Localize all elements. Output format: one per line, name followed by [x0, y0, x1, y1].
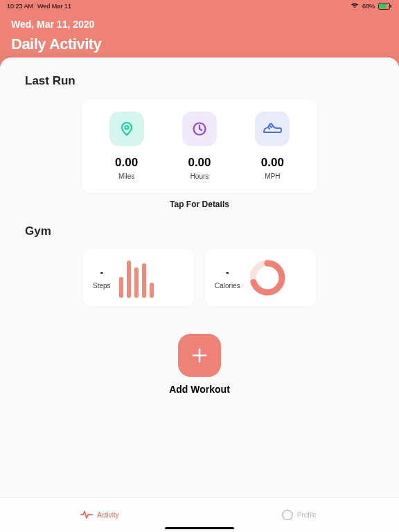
- wifi-icon: [351, 2, 359, 10]
- battery-icon: [378, 3, 392, 10]
- calories-label: Calories: [215, 282, 240, 290]
- home-indicator[interactable]: [165, 527, 234, 529]
- miles-label: Miles: [118, 172, 134, 180]
- add-workout-button[interactable]: [178, 334, 221, 377]
- activity-icon: [80, 510, 93, 521]
- stat-hours: 0.00 Hours: [163, 112, 236, 180]
- steps-label: Steps: [93, 282, 111, 290]
- last-run-card[interactable]: 0.00 Miles 0.00 Hours 0.00 MPH: [82, 99, 317, 193]
- mph-value: 0.00: [261, 156, 284, 170]
- tab-activity-label: Activity: [97, 511, 119, 519]
- clock-icon: [182, 112, 217, 146]
- status-bar: 10:23 AM Wed Mar 11 68%: [0, 0, 399, 12]
- stat-miles: 0.00 Miles: [90, 112, 163, 180]
- page-title: Daily Activity: [11, 35, 388, 53]
- stat-mph: 0.00 MPH: [236, 112, 309, 180]
- svg-rect-1: [380, 3, 387, 8]
- miles-value: 0.00: [115, 156, 138, 170]
- calories-value: -: [226, 267, 229, 278]
- shoe-icon: [255, 112, 290, 146]
- section-title-gym: Gym: [25, 224, 374, 238]
- add-workout-label: Add Workout: [169, 384, 230, 395]
- battery-percent: 68%: [362, 3, 375, 10]
- steps-card[interactable]: - Steps: [83, 249, 194, 306]
- status-time: 10:23 AM: [7, 3, 33, 10]
- profile-icon: [282, 509, 293, 522]
- status-date: Wed Mar 11: [37, 3, 71, 10]
- bars-icon: [119, 258, 154, 298]
- steps-value: -: [100, 267, 103, 278]
- hours-label: Hours: [190, 172, 209, 180]
- tab-profile-label: Profile: [297, 511, 317, 519]
- hours-value: 0.00: [188, 156, 211, 170]
- svg-point-3: [125, 126, 128, 130]
- header: Wed, Mar 11, 2020 Daily Activity: [0, 12, 399, 57]
- pin-icon: [109, 112, 144, 146]
- tap-for-details[interactable]: Tap For Details: [25, 200, 374, 209]
- svg-rect-2: [391, 5, 392, 8]
- header-date: Wed, Mar 11, 2020: [11, 19, 388, 30]
- content-card: Last Run 0.00 Miles 0.00 Hours 0.00 MPH …: [0, 57, 399, 501]
- mph-label: MPH: [265, 172, 280, 180]
- section-title-last-run: Last Run: [25, 74, 374, 88]
- ring-icon: [249, 259, 286, 296]
- calories-card[interactable]: - Calories: [205, 249, 316, 306]
- plus-icon: [189, 345, 210, 366]
